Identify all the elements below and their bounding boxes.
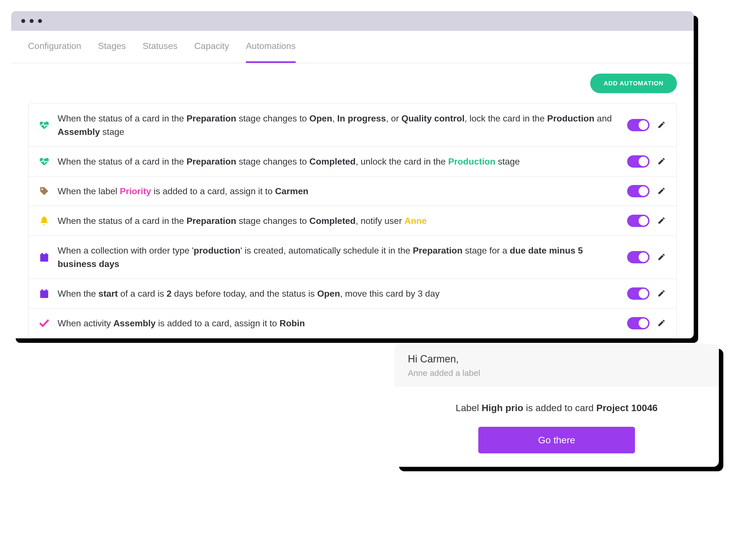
calendar-icon bbox=[38, 252, 50, 263]
calendar-icon bbox=[38, 288, 50, 299]
svg-rect-3 bbox=[42, 253, 43, 255]
automation-toggle[interactable] bbox=[627, 251, 650, 263]
tabbar: ConfigurationStagesStatusesCapacityAutom… bbox=[11, 31, 694, 63]
automation-description: When activity Assembly is added to a car… bbox=[58, 316, 619, 330]
automation-row: When the status of a card in the Prepara… bbox=[29, 206, 676, 236]
heartbeat-icon bbox=[38, 119, 50, 131]
automation-description: When the status of a card in the Prepara… bbox=[58, 112, 619, 139]
notification-subtitle: Anne added a label bbox=[408, 368, 706, 378]
tab-stages[interactable]: Stages bbox=[98, 41, 126, 63]
automation-description: When the start of a card is 2 days befor… bbox=[58, 287, 619, 300]
automation-row: When the status of a card in the Prepara… bbox=[29, 104, 676, 147]
pencil-icon[interactable] bbox=[657, 319, 666, 328]
svg-rect-2 bbox=[40, 254, 48, 256]
notification-header: Hi Carmen, Anne added a label bbox=[394, 344, 719, 387]
browser-window: ConfigurationStagesStatusesCapacityAutom… bbox=[11, 11, 694, 338]
toolbar: ADD AUTOMATION bbox=[11, 63, 694, 93]
svg-rect-7 bbox=[40, 290, 48, 293]
svg-rect-4 bbox=[46, 253, 47, 255]
automations-list: When the status of a card in the Prepara… bbox=[28, 103, 677, 338]
automation-row: When the label Priority is added to a ca… bbox=[29, 176, 676, 206]
notification-card: Hi Carmen, Anne added a label Label High… bbox=[394, 344, 719, 467]
automation-row: When activity Assembly is added to a car… bbox=[29, 309, 676, 338]
pencil-icon[interactable] bbox=[657, 121, 666, 130]
svg-rect-8 bbox=[42, 289, 43, 291]
automation-description: When the status of a card in the Prepara… bbox=[58, 155, 619, 168]
tab-statuses[interactable]: Statuses bbox=[143, 41, 178, 63]
check-icon bbox=[38, 318, 50, 329]
automation-description: When the status of a card in the Prepara… bbox=[58, 214, 619, 227]
automation-row: When a collection with order type 'produ… bbox=[29, 236, 676, 279]
automation-row: When the status of a card in the Prepara… bbox=[29, 147, 676, 176]
window-controls bbox=[21, 19, 42, 23]
window-dot[interactable] bbox=[30, 19, 34, 23]
automation-toggle[interactable] bbox=[627, 215, 650, 227]
automation-toggle[interactable] bbox=[627, 185, 650, 197]
automation-description: When a collection with order type 'produ… bbox=[58, 244, 619, 271]
notification-greeting: Hi Carmen, bbox=[408, 353, 706, 365]
titlebar bbox=[11, 11, 694, 31]
add-automation-button[interactable]: ADD AUTOMATION bbox=[590, 74, 677, 93]
bell-icon bbox=[38, 215, 50, 226]
pencil-icon[interactable] bbox=[657, 216, 666, 225]
automation-toggle[interactable] bbox=[627, 119, 650, 131]
automation-toggle[interactable] bbox=[627, 287, 650, 300]
automation-toggle[interactable] bbox=[627, 155, 650, 168]
automation-toggle[interactable] bbox=[627, 317, 650, 329]
pencil-icon[interactable] bbox=[657, 187, 666, 196]
automation-description: When the label Priority is added to a ca… bbox=[58, 185, 619, 198]
go-there-button[interactable]: Go there bbox=[478, 427, 635, 453]
notification-body: Label High prio is added to card Project… bbox=[394, 387, 719, 467]
pencil-icon[interactable] bbox=[657, 253, 666, 262]
tab-capacity[interactable]: Capacity bbox=[194, 41, 229, 63]
tag-icon bbox=[38, 186, 50, 197]
window-dot[interactable] bbox=[21, 19, 25, 23]
automation-row: When the start of a card is 2 days befor… bbox=[29, 279, 676, 309]
tab-configuration[interactable]: Configuration bbox=[28, 41, 81, 63]
heartbeat-icon bbox=[38, 156, 50, 167]
tab-automations[interactable]: Automations bbox=[246, 41, 296, 63]
window-dot[interactable] bbox=[38, 19, 42, 23]
svg-rect-9 bbox=[46, 289, 47, 291]
notification-message: Label High prio is added to card Project… bbox=[408, 402, 706, 413]
svg-point-0 bbox=[41, 188, 43, 190]
pencil-icon[interactable] bbox=[657, 289, 666, 298]
pencil-icon[interactable] bbox=[657, 157, 666, 166]
